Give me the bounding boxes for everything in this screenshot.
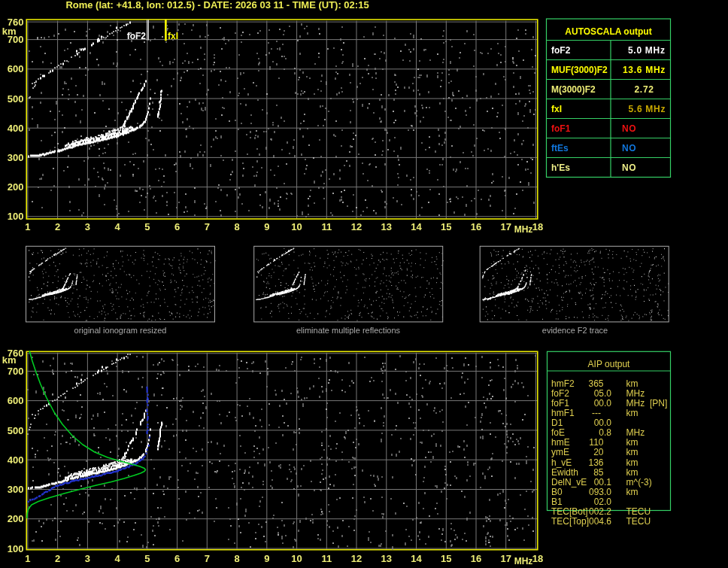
svg-text:16: 16 bbox=[471, 553, 481, 564]
svg-text:17: 17 bbox=[501, 553, 511, 564]
svg-text:km: km bbox=[626, 457, 639, 468]
svg-text:14: 14 bbox=[411, 553, 422, 564]
svg-text:km: km bbox=[626, 487, 639, 497]
svg-text:MHz: MHz bbox=[626, 427, 645, 438]
svg-text:km: km bbox=[626, 437, 639, 448]
svg-text:110: 110 bbox=[589, 437, 603, 448]
svg-text:hmF1: hmF1 bbox=[551, 408, 575, 418]
svg-text:3: 3 bbox=[85, 221, 90, 232]
svg-text:7: 7 bbox=[205, 221, 210, 232]
svg-text:1: 1 bbox=[25, 221, 30, 232]
svg-text:ymE: ymE bbox=[551, 447, 569, 457]
svg-text:foF1: foF1 bbox=[551, 398, 569, 409]
svg-text:foF2: foF2 bbox=[127, 31, 147, 41]
svg-text:TECU: TECU bbox=[626, 506, 651, 517]
svg-text:002.2: 002.2 bbox=[589, 506, 611, 517]
svg-text:evidence F2 trace: evidence F2 trace bbox=[542, 326, 608, 335]
svg-text:MHz: MHz bbox=[626, 388, 645, 399]
svg-text:20: 20 bbox=[593, 447, 604, 457]
svg-text:eliminate multiple reflections: eliminate multiple reflections bbox=[296, 326, 401, 335]
svg-text:h_vE: h_vE bbox=[551, 457, 572, 468]
svg-text:km: km bbox=[626, 408, 639, 418]
svg-text:13.6 MHz: 13.6 MHz bbox=[623, 65, 666, 75]
svg-text:6: 6 bbox=[174, 553, 180, 564]
svg-text:---: --- bbox=[592, 408, 601, 418]
svg-text:700: 700 bbox=[8, 366, 24, 377]
svg-text:500: 500 bbox=[8, 93, 24, 105]
svg-text:400: 400 bbox=[8, 454, 24, 466]
svg-text:00.0: 00.0 bbox=[594, 418, 612, 428]
svg-text:2.72: 2.72 bbox=[635, 84, 654, 95]
svg-text:11: 11 bbox=[321, 221, 332, 232]
svg-text:foE: foE bbox=[551, 427, 565, 438]
svg-text:8: 8 bbox=[234, 221, 239, 232]
svg-text:10: 10 bbox=[291, 553, 302, 564]
svg-text:hmF2: hmF2 bbox=[551, 378, 575, 389]
svg-text:m^(-3): m^(-3) bbox=[626, 477, 652, 488]
svg-text:600: 600 bbox=[8, 63, 24, 74]
svg-text:11: 11 bbox=[321, 553, 332, 564]
svg-text:AIP output: AIP output bbox=[588, 359, 630, 369]
svg-text:2: 2 bbox=[55, 221, 60, 232]
svg-text:18: 18 bbox=[532, 221, 543, 232]
svg-text:km: km bbox=[2, 26, 17, 37]
svg-text:NO: NO bbox=[622, 143, 636, 153]
svg-text:TEC[Top]: TEC[Top] bbox=[551, 516, 589, 527]
svg-text:200: 200 bbox=[8, 181, 24, 193]
svg-text:6: 6 bbox=[174, 221, 180, 232]
svg-text:TECU: TECU bbox=[626, 516, 651, 527]
svg-text:3: 3 bbox=[85, 553, 90, 564]
svg-text:17: 17 bbox=[501, 221, 511, 232]
svg-text:13: 13 bbox=[381, 553, 392, 564]
svg-text:2: 2 bbox=[55, 553, 60, 564]
svg-text:05.0: 05.0 bbox=[594, 388, 612, 399]
svg-text:15: 15 bbox=[441, 553, 451, 564]
svg-text:300: 300 bbox=[8, 152, 24, 163]
svg-text:13: 13 bbox=[381, 221, 392, 232]
svg-text:9: 9 bbox=[264, 553, 269, 564]
svg-text:85: 85 bbox=[593, 467, 604, 478]
svg-text:5.0 MHz: 5.0 MHz bbox=[628, 45, 666, 56]
svg-text:MHz: MHz bbox=[626, 398, 645, 409]
svg-text:14: 14 bbox=[411, 221, 422, 232]
svg-text:8: 8 bbox=[234, 553, 239, 564]
svg-text:136: 136 bbox=[588, 457, 603, 468]
svg-text:fxI: fxI bbox=[551, 104, 562, 114]
svg-text:M(3000)F2: M(3000)F2 bbox=[551, 84, 596, 95]
svg-text:500: 500 bbox=[8, 425, 24, 436]
svg-text:100: 100 bbox=[8, 211, 24, 222]
svg-text:foF1: foF1 bbox=[551, 123, 571, 134]
svg-text:km: km bbox=[626, 378, 639, 389]
svg-text:5: 5 bbox=[144, 553, 150, 564]
svg-text:D1: D1 bbox=[551, 418, 563, 428]
svg-text:ftEs: ftEs bbox=[551, 143, 569, 153]
svg-text:1: 1 bbox=[25, 553, 30, 564]
svg-text:hmE: hmE bbox=[551, 437, 570, 448]
svg-text:km: km bbox=[2, 354, 17, 366]
svg-text:12: 12 bbox=[351, 221, 362, 232]
svg-text:NO: NO bbox=[622, 123, 636, 134]
svg-text:B1: B1 bbox=[551, 497, 563, 507]
svg-text:4: 4 bbox=[115, 221, 121, 232]
svg-text:600: 600 bbox=[8, 395, 24, 406]
svg-text:MHz: MHz bbox=[514, 224, 533, 235]
svg-text:7: 7 bbox=[205, 553, 210, 564]
svg-text:original ionogram resized: original ionogram resized bbox=[74, 326, 167, 335]
svg-text:100: 100 bbox=[8, 543, 24, 554]
svg-text:10: 10 bbox=[291, 221, 302, 232]
svg-text:400: 400 bbox=[8, 123, 24, 134]
svg-text:B0: B0 bbox=[551, 487, 563, 497]
svg-text:4: 4 bbox=[115, 553, 121, 564]
svg-text:NO: NO bbox=[622, 163, 636, 173]
svg-text:5: 5 bbox=[144, 221, 150, 232]
svg-text:365: 365 bbox=[588, 378, 603, 389]
svg-text:12: 12 bbox=[351, 553, 362, 564]
svg-text:00.1: 00.1 bbox=[594, 477, 612, 488]
svg-text:h'Es: h'Es bbox=[551, 163, 570, 173]
svg-text:02.0: 02.0 bbox=[594, 497, 612, 507]
svg-text:Rome (lat: +41.8, lon: 012.5): Rome (lat: +41.8, lon: 012.5) - DATE: 20… bbox=[65, 0, 369, 11]
svg-text:MUF(3000)F2: MUF(3000)F2 bbox=[551, 65, 608, 75]
svg-text:km: km bbox=[626, 467, 639, 478]
svg-text:DelN_vE: DelN_vE bbox=[551, 477, 587, 488]
svg-text:0.8: 0.8 bbox=[599, 427, 611, 438]
